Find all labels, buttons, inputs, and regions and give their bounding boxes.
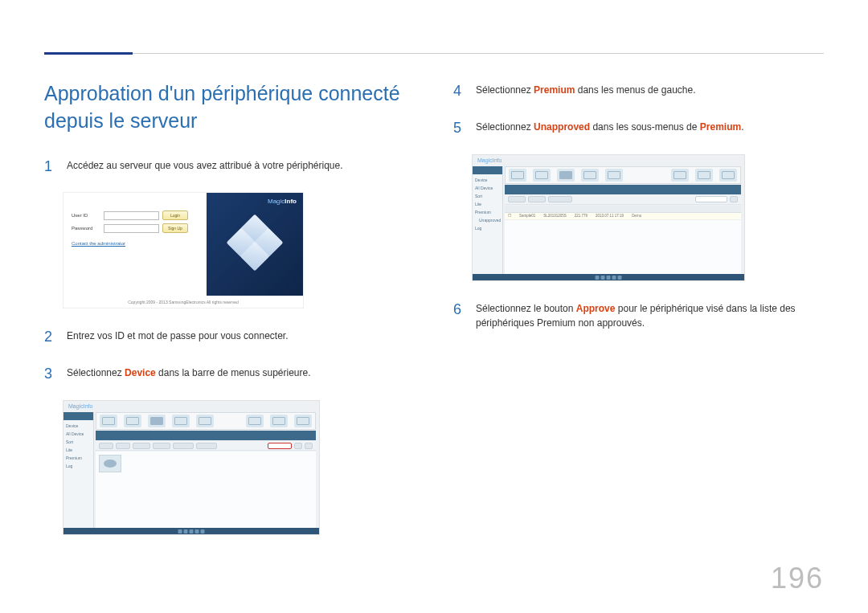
toolbar-button[interactable]: [548, 196, 572, 202]
step-text: Sélectionnez le bouton Approve pour le p…: [476, 299, 824, 331]
screenshot-premium-unapproved: MagicInfo Device All Device Sort Lite Pr…: [472, 154, 745, 281]
toolbar-search[interactable]: [268, 443, 292, 449]
sidebar-item[interactable]: Premium: [63, 454, 93, 462]
highlight-approve: Approve: [576, 303, 616, 314]
topbar-icon[interactable]: [270, 415, 288, 427]
sidebar-item[interactable]: All Device: [473, 184, 502, 192]
sidebar-item[interactable]: All Device: [63, 430, 93, 438]
sidebar-item[interactable]: Premium: [473, 208, 502, 216]
toolbar-search[interactable]: [695, 196, 727, 202]
login-button[interactable]: Login: [162, 210, 188, 220]
step-3: 3 Sélectionnez Device dans la barre de m…: [44, 363, 415, 386]
step-5: 5 Sélectionnez Unapproved dans les sous-…: [453, 117, 824, 140]
app-toolbar: [96, 441, 316, 451]
topbar-icon[interactable]: [100, 415, 117, 427]
header-rule: [44, 53, 824, 54]
sidebar-item[interactable]: Sort: [63, 438, 93, 446]
highlight-unapproved: Unapproved: [534, 121, 590, 133]
topbar-icon[interactable]: [581, 169, 599, 182]
table-header: [505, 206, 741, 213]
login-hero: MagicInfo: [207, 193, 303, 296]
step-6: 6 Sélectionnez le bouton Approve pour le…: [453, 299, 824, 331]
screenshot-device-list: MagicInfo Device All Device Sort Lite Pr…: [63, 400, 320, 535]
password-input[interactable]: [104, 224, 159, 233]
toolbar-button[interactable]: [116, 443, 130, 449]
topbar-icon[interactable]: [172, 415, 190, 427]
topbar-icon[interactable]: [294, 415, 312, 427]
toolbar-button[interactable]: [528, 196, 546, 202]
toolbar-button[interactable]: [133, 443, 150, 449]
sidebar-item[interactable]: Device: [63, 422, 93, 430]
topbar-icon[interactable]: [719, 169, 737, 182]
sidebar-item[interactable]: Sort: [473, 192, 502, 200]
step-text: Sélectionnez Device dans la barre de men…: [67, 363, 311, 381]
topbar-icon[interactable]: [557, 169, 575, 182]
toolbar-button[interactable]: [196, 443, 217, 449]
step-number: 3: [44, 363, 55, 386]
app-main: ☐Sample01SL20131205S221.7792013.07.11 17…: [505, 206, 741, 274]
page-number: 196: [771, 562, 824, 595]
brand-logo: MagicInfo: [268, 198, 297, 205]
step-text: Sélectionnez Unapproved dans les sous-me…: [476, 117, 744, 135]
login-pass-row: Password Sign Up: [72, 223, 188, 233]
toolbar-button[interactable]: [99, 443, 113, 449]
step-text: Accédez au serveur que vous avez attribu…: [67, 156, 343, 174]
device-thumbnail[interactable]: [99, 455, 121, 472]
toolbar-button[interactable]: [730, 196, 738, 202]
right-column: 4 Sélectionnez Premium dans les menus de…: [453, 80, 824, 553]
sidebar-item[interactable]: Lite: [63, 446, 93, 454]
user-id-input[interactable]: [104, 211, 159, 220]
app-topbar: [505, 166, 741, 184]
user-id-label: User ID: [72, 213, 104, 218]
app-subbar: [96, 431, 316, 440]
topbar-icon[interactable]: [124, 415, 141, 427]
app-sidebar: Device All Device Sort Lite Premium Unap…: [473, 166, 503, 274]
app-sidebar: Device All Device Sort Lite Premium Log: [63, 412, 94, 528]
signup-button[interactable]: Sign Up: [162, 223, 188, 233]
step-number: 1: [44, 156, 55, 178]
section-title: Approbation d'un périphérique connecté d…: [44, 80, 415, 135]
toolbar-button[interactable]: [173, 443, 194, 449]
step-text: Entrez vos ID et mot de passe pour vous …: [67, 326, 288, 344]
toolbar-button[interactable]: [153, 443, 170, 449]
topbar-icon[interactable]: [533, 169, 551, 182]
app-topbar: [96, 412, 316, 430]
app-main: [96, 452, 316, 528]
topbar-icon[interactable]: [605, 169, 623, 182]
login-copyright: Copyright 2009 - 2013 SamsungElectronics…: [63, 300, 303, 304]
highlight-premium: Premium: [534, 84, 575, 96]
app-toolbar: [505, 195, 741, 205]
header-accent: [44, 52, 133, 55]
app-footer: [63, 528, 319, 534]
step-number: 6: [453, 299, 465, 321]
step-number: 5: [453, 117, 465, 140]
manual-page: Approbation d'un périphérique connecté d…: [0, 0, 868, 613]
topbar-icon[interactable]: [196, 415, 214, 427]
login-form: User ID Login Password Sign Up Contact t…: [63, 207, 196, 246]
app-subbar: [505, 185, 741, 194]
step-4: 4 Sélectionnez Premium dans les menus de…: [453, 80, 824, 103]
contact-admin-link[interactable]: Contact the administrator: [72, 241, 188, 246]
topbar-icon[interactable]: [246, 415, 264, 427]
topbar-icon[interactable]: [695, 169, 713, 182]
toolbar-button[interactable]: [294, 443, 302, 449]
step-1: 1 Accédez au serveur que vous avez attri…: [44, 156, 415, 178]
sidebar-item[interactable]: Log: [63, 462, 93, 470]
sidebar-item[interactable]: Lite: [473, 200, 502, 208]
step-2: 2 Entrez vos ID et mot de passe pour vou…: [44, 326, 415, 349]
sidebar-item[interactable]: Unapproved: [473, 216, 502, 224]
app-brand: MagicInfo: [477, 157, 502, 163]
sidebar-item[interactable]: Log: [473, 224, 502, 232]
app-footer: [473, 274, 744, 280]
toolbar-button[interactable]: [508, 196, 526, 202]
topbar-icon[interactable]: [509, 169, 526, 182]
topbar-icon[interactable]: [671, 169, 689, 182]
login-user-row: User ID Login: [72, 210, 188, 220]
toolbar-button[interactable]: [305, 443, 313, 449]
topbar-icon[interactable]: [148, 415, 166, 427]
table-row[interactable]: ☐Sample01SL20131205S221.7792013.07.11 17…: [505, 213, 741, 220]
app-brand: MagicInfo: [68, 403, 92, 409]
step-number: 4: [453, 80, 465, 103]
password-label: Password: [72, 226, 104, 231]
sidebar-item[interactable]: Device: [473, 176, 502, 184]
